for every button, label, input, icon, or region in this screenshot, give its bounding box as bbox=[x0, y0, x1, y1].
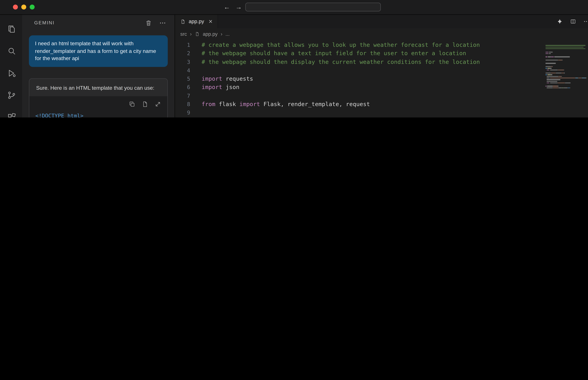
gemini-action-icon[interactable] bbox=[556, 18, 563, 25]
minimap-line bbox=[546, 74, 588, 75]
minimap-line bbox=[546, 51, 588, 53]
line-number: 6 bbox=[175, 83, 190, 92]
chat-messages: I need an html template that will work w… bbox=[22, 31, 175, 117]
line-number: 2 bbox=[175, 49, 190, 57]
code-line[interactable]: 7 bbox=[175, 92, 588, 100]
minimap-line bbox=[546, 107, 588, 108]
breadcrumb-file[interactable]: app.py bbox=[203, 31, 218, 37]
line-number: 1 bbox=[175, 41, 190, 49]
minimap-line bbox=[546, 64, 588, 66]
sidebar-item-explorer[interactable] bbox=[0, 18, 22, 40]
zoom-window-button[interactable] bbox=[30, 5, 35, 10]
line-number: 4 bbox=[175, 66, 190, 75]
close-window-button[interactable] bbox=[13, 5, 18, 10]
minimap-line bbox=[546, 53, 588, 54]
window-controls bbox=[13, 5, 35, 10]
minimap-line bbox=[546, 97, 588, 98]
code-line[interactable]: 3# the webpage should then display the c… bbox=[175, 57, 588, 66]
gemini-panel: GEMINI I need an html template that will… bbox=[22, 15, 175, 117]
gemini-panel-header: GEMINI bbox=[22, 15, 175, 31]
minimap-line bbox=[546, 77, 588, 79]
insert-file-icon[interactable] bbox=[141, 101, 148, 108]
run-debug-icon bbox=[7, 68, 16, 78]
code-line-text: # create a webpage that allows you to lo… bbox=[202, 41, 480, 49]
breadcrumb-separator: › bbox=[190, 31, 192, 37]
breadcrumb-more[interactable]: ... bbox=[226, 31, 229, 37]
file-icon bbox=[195, 31, 200, 36]
line-number: 5 bbox=[175, 75, 190, 83]
minimap-line bbox=[546, 84, 588, 85]
sidebar-item-run-debug[interactable] bbox=[0, 62, 22, 84]
minimap-line bbox=[546, 92, 588, 93]
response-intro-text: Sure. Here is an HTML template that you … bbox=[29, 78, 167, 96]
code-line[interactable]: 2# the webpage should have a text input … bbox=[175, 49, 588, 57]
code-line[interactable]: 8from flask import Flask, render_templat… bbox=[175, 100, 588, 109]
minimap-line bbox=[546, 94, 588, 95]
minimap-line bbox=[546, 87, 588, 88]
minimap-line bbox=[546, 79, 588, 80]
line-number: 8 bbox=[175, 100, 190, 109]
breadcrumb: src › app.py › ... bbox=[175, 28, 588, 39]
tab-app-py[interactable]: app.py × bbox=[175, 15, 218, 28]
copy-icon[interactable] bbox=[129, 101, 135, 108]
tab-bar: app.py × bbox=[175, 15, 588, 28]
editor-actions bbox=[556, 15, 588, 28]
activity-bar bbox=[0, 15, 22, 117]
minimap-line bbox=[546, 100, 588, 101]
code-line-text: from flask import Flask, render_template… bbox=[202, 100, 370, 109]
search-icon bbox=[7, 46, 16, 56]
code-line[interactable]: 5import requests bbox=[175, 75, 588, 83]
code-line[interactable]: 9 bbox=[175, 109, 588, 117]
more-actions-icon[interactable] bbox=[159, 19, 166, 26]
minimap-line bbox=[546, 55, 588, 56]
code-line[interactable]: 4 bbox=[175, 66, 588, 75]
sidebar-item-extensions[interactable] bbox=[0, 106, 22, 117]
minimap-line bbox=[546, 63, 588, 64]
code-line[interactable]: 10API_KEY = os.environ.get('API_KEY') bbox=[175, 117, 588, 117]
nav-forward-icon[interactable]: → bbox=[235, 3, 242, 11]
minimap-line bbox=[546, 71, 588, 72]
minimap-line bbox=[546, 68, 588, 69]
vscode-window: ← → bbox=[0, 0, 588, 117]
sidebar-item-source-control[interactable] bbox=[0, 84, 22, 106]
minimap-line bbox=[546, 95, 588, 96]
minimap-line bbox=[546, 90, 588, 92]
line-number: 9 bbox=[175, 109, 190, 117]
chat-code-line: <!DOCTYPE html> bbox=[35, 111, 161, 117]
more-actions-icon[interactable] bbox=[583, 18, 588, 25]
titlebar-search-input[interactable] bbox=[245, 3, 381, 11]
minimap-line bbox=[546, 99, 588, 100]
git-branch-icon bbox=[7, 90, 16, 100]
code-line[interactable]: 6import json bbox=[175, 83, 588, 92]
breadcrumb-folder[interactable]: src bbox=[180, 31, 187, 37]
code-line-text: # the webpage should then display the cu… bbox=[202, 57, 480, 66]
expand-icon[interactable] bbox=[154, 101, 161, 108]
minimap-line bbox=[546, 86, 588, 87]
editor-group: app.py × src › bbox=[175, 15, 588, 117]
code-editor[interactable]: 1# create a webpage that allows you to l… bbox=[175, 39, 588, 117]
code-line[interactable]: 1# create a webpage that allows you to l… bbox=[175, 41, 588, 49]
line-number: 10 bbox=[175, 117, 190, 117]
tab-label: app.py bbox=[189, 19, 204, 24]
breadcrumb-separator: › bbox=[221, 31, 222, 37]
minimize-window-button[interactable] bbox=[21, 5, 26, 10]
sidebar-item-search[interactable] bbox=[0, 40, 22, 62]
tab-close-icon[interactable]: × bbox=[209, 18, 212, 25]
user-message-bubble: I need an html template that will work w… bbox=[29, 35, 168, 67]
split-editor-icon[interactable] bbox=[570, 18, 576, 25]
minimap-line bbox=[546, 103, 588, 105]
minimap-line bbox=[546, 50, 588, 51]
assistant-response-card: Sure. Here is an HTML template that you … bbox=[29, 78, 168, 117]
code-line-text: # the webpage should have a text input f… bbox=[202, 49, 466, 57]
minimap-line bbox=[546, 56, 588, 57]
line-number: 3 bbox=[175, 57, 190, 66]
minimap[interactable] bbox=[546, 45, 588, 108]
code-line-text: import json bbox=[202, 83, 239, 92]
trash-icon[interactable] bbox=[145, 19, 152, 26]
response-code-block: <!DOCTYPE html><html><head> <title>Weath… bbox=[29, 96, 167, 117]
minimap-line bbox=[546, 89, 588, 90]
chat-code: <!DOCTYPE html><html><head> <title>Weath… bbox=[35, 111, 161, 117]
nav-back-icon[interactable]: ← bbox=[224, 3, 230, 11]
line-number: 7 bbox=[175, 92, 190, 100]
minimap-line bbox=[546, 81, 588, 82]
